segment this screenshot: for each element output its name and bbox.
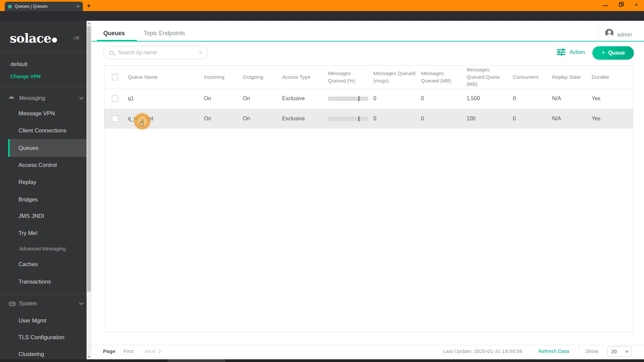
col-incoming[interactable]: Incoming: [204, 73, 243, 81]
refresh-data-link[interactable]: Refresh Data: [538, 348, 569, 354]
sidebar-section-messaging[interactable]: Messaging: [19, 95, 45, 101]
sidebar-section-system[interactable]: System: [19, 301, 37, 307]
cell-replay-state: N/A: [552, 116, 592, 122]
page-size-select[interactable]: 20: [607, 346, 632, 357]
scroll-down-icon[interactable]: ▼: [87, 355, 92, 358]
col-messages-queued-pct[interactable]: Messages Queued (%): [328, 70, 373, 84]
taskbar-edge: [0, 359, 644, 362]
window-maximize-icon[interactable]: [619, 3, 622, 7]
chevron-down-icon[interactable]: [79, 95, 84, 100]
add-queue-button[interactable]: + Queue: [592, 46, 634, 60]
active-tab-underline: [97, 40, 137, 42]
cell-incoming: On: [204, 116, 243, 122]
sidebar-item-client-connections[interactable]: Client Connections: [18, 127, 66, 134]
sidebar-item-user-mgmt[interactable]: User Mgmt: [18, 317, 46, 324]
chevron-down-icon[interactable]: [79, 301, 84, 305]
footer-divider: [92, 345, 644, 345]
row-checkbox[interactable]: [112, 95, 118, 102]
user-icon[interactable]: [605, 29, 613, 37]
cloud-icon: ☁: [8, 93, 14, 100]
tab-close-icon[interactable]: ×: [77, 4, 79, 9]
first-page-button[interactable]: First: [123, 348, 133, 354]
action-label: Action: [570, 49, 585, 55]
col-replay-state[interactable]: Replay State: [552, 73, 592, 81]
tab-queues[interactable]: Queues: [103, 30, 125, 37]
taskbar-button: [168, 359, 225, 362]
cell-access-type: Exclusive: [282, 96, 328, 102]
queued-pct-bar: [328, 117, 368, 121]
clear-search-icon[interactable]: ×: [199, 49, 202, 56]
select-all-checkbox[interactable]: [112, 74, 118, 80]
page-label: Page: [103, 348, 115, 354]
col-messages-queued-mb[interactable]: Messages Queued (MB): [421, 70, 467, 84]
cell-consumers: 0: [513, 116, 552, 122]
sidebar-item-tls-configuration[interactable]: TLS Configuration: [18, 334, 64, 341]
sidebar-divider: [0, 294, 87, 294]
new-tab-button[interactable]: +: [87, 2, 91, 9]
sidebar-item-jms-jndi[interactable]: JMS JNDI: [18, 213, 44, 220]
cell-outgoing: On: [243, 96, 282, 102]
queues-table: Queue Name Incoming Outgoing Access Type…: [104, 65, 633, 333]
show-label: Show: [585, 348, 598, 354]
solace-logo: solace: [10, 31, 57, 46]
sidebar-scrollbar[interactable]: ▲ ▼: [87, 21, 92, 359]
sidebar-item-access-control[interactable]: Access Control: [18, 162, 57, 169]
row-checkbox[interactable]: [112, 115, 118, 122]
next-page-button: Next: [145, 348, 160, 354]
col-consumers[interactable]: Consumers: [513, 73, 552, 81]
window-minimize-icon[interactable]: [603, 1, 608, 6]
table-row[interactable]: q1 On On Exclusive 0 0 1,500 0 N/A Yes: [104, 88, 633, 109]
col-queue-name[interactable]: Queue Name: [128, 73, 204, 81]
table-row[interactable]: q_rest_get On On Exclusive 0 0 100 0 N/A…: [104, 109, 633, 129]
sidebar-item-queues[interactable]: Queues: [18, 145, 39, 152]
sidebar: solace ‹ ≡ default Change VPN ☁ Messagin…: [0, 21, 87, 359]
scroll-up-icon[interactable]: ▲: [87, 22, 92, 25]
plus-icon: +: [601, 49, 605, 56]
scrollbar-thumb[interactable]: [87, 26, 91, 292]
cell-queued-quota: 100: [467, 116, 513, 122]
cell-durable: Yes: [592, 96, 633, 102]
vpn-name: default: [10, 61, 28, 68]
cell-access-type: Exclusive: [282, 116, 328, 122]
cursor-hand-icon: ☝: [139, 118, 144, 128]
select-chevron-icon: [625, 349, 629, 353]
sidebar-item-replay[interactable]: Replay: [18, 179, 36, 186]
search-box[interactable]: ×: [103, 46, 208, 59]
col-access-type[interactable]: Access Type: [282, 73, 328, 81]
col-messages-queued-msgs[interactable]: Messages Queued (msgs): [373, 70, 421, 84]
search-input[interactable]: [118, 50, 196, 56]
browser-tab[interactable]: Queues | Queues ×: [5, 2, 83, 11]
sidebar-item-try-me[interactable]: Try Me!: [18, 230, 38, 237]
sidebar-item-message-vpn[interactable]: Message VPN: [18, 110, 55, 117]
next-chevron-icon: [157, 350, 161, 353]
col-durable[interactable]: Durable: [592, 73, 633, 81]
cell-queue-name[interactable]: q1: [128, 96, 204, 102]
sidebar-divider: [0, 52, 87, 52]
cell-queued-mb: 0: [421, 96, 467, 102]
logo-dot: [52, 38, 57, 43]
tune-icon: [557, 48, 566, 56]
tab-topic-endpoints[interactable]: Topic Endpoints: [144, 30, 185, 37]
logged-in-user[interactable]: admin: [617, 32, 632, 38]
sidebar-item-caches[interactable]: Caches: [18, 261, 38, 268]
system-icon: [9, 302, 16, 306]
cell-queued-msgs: 0: [373, 116, 421, 122]
action-button[interactable]: Action: [557, 48, 585, 56]
window-close-icon[interactable]: ×: [633, 2, 639, 8]
sidebar-divider: [0, 86, 87, 87]
col-messages-queued-quota[interactable]: Messages Queued Quota (MB): [467, 66, 513, 88]
table-header-row: Queue Name Incoming Outgoing Access Type…: [104, 66, 633, 88]
sidebar-item-transactions[interactable]: Transactions: [18, 279, 51, 285]
sidebar-item-advanced-messaging[interactable]: Advanced Messaging: [19, 246, 66, 251]
sidebar-item-clustering[interactable]: Clustering: [18, 351, 44, 358]
change-vpn-link[interactable]: Change VPN: [10, 73, 41, 79]
cell-replay-state: N/A: [552, 96, 592, 102]
search-icon: [109, 51, 114, 55]
cell-queued-mb: 0: [421, 116, 467, 122]
browser-titlebar: Queues | Queues × + ×: [0, 0, 644, 11]
cell-consumers: 0: [513, 96, 552, 102]
tab-favicon-icon: [8, 5, 12, 8]
collapse-sidebar-icon[interactable]: ‹ ≡: [73, 34, 79, 42]
col-outgoing[interactable]: Outgoing: [243, 73, 282, 81]
sidebar-item-bridges[interactable]: Bridges: [18, 196, 38, 203]
